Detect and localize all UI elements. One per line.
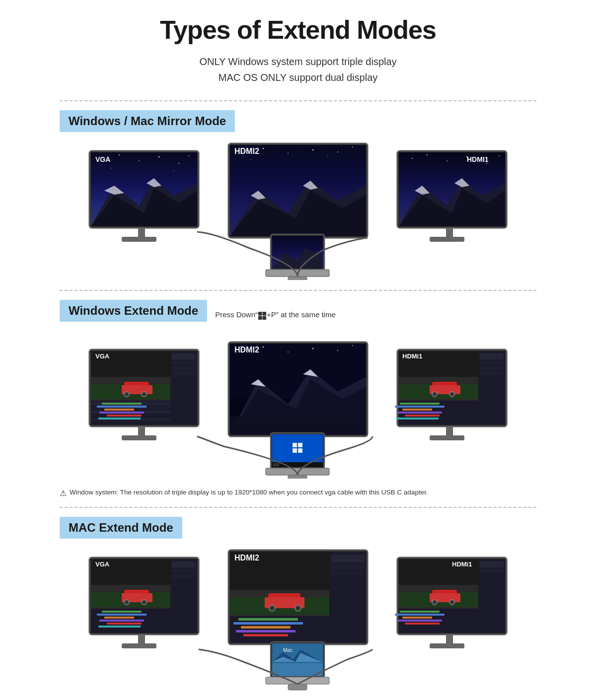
svg-rect-198 bbox=[395, 614, 445, 616]
svg-point-94 bbox=[337, 350, 338, 351]
windows-extend-header: Windows Extend Mode bbox=[60, 300, 207, 322]
svg-rect-151 bbox=[172, 574, 196, 578]
svg-point-4 bbox=[139, 160, 140, 161]
svg-rect-69 bbox=[172, 361, 196, 365]
svg-point-169 bbox=[269, 605, 275, 611]
svg-rect-71 bbox=[172, 372, 196, 376]
svg-rect-197 bbox=[400, 611, 440, 613]
svg-point-112 bbox=[449, 392, 454, 397]
svg-rect-82 bbox=[107, 415, 142, 417]
svg-point-7 bbox=[188, 155, 189, 156]
svg-point-191 bbox=[432, 600, 437, 605]
svg-point-65 bbox=[124, 392, 129, 397]
svg-text:HDMI2: HDMI2 bbox=[234, 554, 259, 562]
svg-point-192 bbox=[449, 600, 454, 605]
warning-text: Window system: The resolution of triple … bbox=[70, 489, 428, 496]
svg-rect-15 bbox=[138, 228, 145, 238]
divider-2 bbox=[60, 290, 536, 291]
windows-extend-hint: Press Down“ +P” at the same time bbox=[215, 310, 336, 320]
svg-point-111 bbox=[432, 392, 437, 397]
laptop-windows-extend bbox=[197, 433, 372, 479]
svg-point-24 bbox=[352, 146, 353, 147]
svg-rect-199 bbox=[402, 617, 432, 619]
divider-3 bbox=[60, 507, 536, 508]
svg-rect-174 bbox=[331, 570, 365, 575]
subtitle-line2: MAC OS ONLY support dual display bbox=[60, 70, 536, 85]
svg-rect-116 bbox=[480, 366, 504, 370]
svg-rect-119 bbox=[400, 403, 440, 405]
hdmi1-monitor-extend-win: HDMi1 bbox=[395, 350, 507, 440]
svg-rect-55 bbox=[262, 312, 266, 316]
svg-point-26 bbox=[327, 155, 328, 156]
svg-point-91 bbox=[263, 347, 264, 348]
svg-rect-138 bbox=[288, 475, 307, 479]
svg-point-146 bbox=[124, 600, 129, 605]
page-container: Types of Extend Modes ONLY Windows syste… bbox=[50, 0, 546, 700]
svg-point-9 bbox=[173, 170, 174, 171]
svg-rect-78 bbox=[102, 403, 142, 405]
svg-rect-130 bbox=[272, 434, 323, 462]
svg-point-3 bbox=[119, 154, 120, 155]
svg-point-37 bbox=[427, 154, 428, 155]
divider-1 bbox=[60, 100, 536, 101]
svg-rect-157 bbox=[107, 623, 142, 625]
svg-rect-80 bbox=[104, 409, 134, 411]
svg-rect-153 bbox=[102, 611, 142, 613]
svg-rect-114 bbox=[480, 353, 504, 359]
svg-rect-172 bbox=[331, 555, 365, 562]
subtitle-line1: ONLY Windows system support triple displ… bbox=[60, 54, 536, 70]
svg-rect-132 bbox=[298, 443, 302, 447]
svg-point-92 bbox=[288, 351, 289, 352]
svg-rect-120 bbox=[395, 406, 445, 408]
svg-rect-212 bbox=[266, 677, 329, 684]
svg-point-22 bbox=[312, 149, 313, 150]
svg-point-66 bbox=[142, 392, 147, 397]
svg-text:VGA: VGA bbox=[95, 352, 110, 360]
mirror-mode-section: Windows / Mac Mirror Mode bbox=[60, 110, 536, 280]
warning-row: ⚠ Window system: The resolution of tripl… bbox=[60, 489, 536, 498]
svg-rect-85 bbox=[138, 426, 145, 436]
svg-rect-86 bbox=[122, 435, 156, 440]
svg-point-95 bbox=[352, 345, 353, 346]
vga-monitor-extend-win: VGA bbox=[89, 350, 199, 440]
svg-rect-56 bbox=[258, 316, 262, 320]
svg-text:HDMI1: HDMI1 bbox=[467, 155, 489, 163]
svg-point-147 bbox=[142, 600, 147, 605]
svg-rect-79 bbox=[97, 406, 147, 408]
vga-monitor-mirror: VGA bbox=[89, 151, 199, 242]
svg-rect-200 bbox=[397, 620, 442, 622]
svg-point-20 bbox=[263, 148, 264, 149]
svg-rect-54 bbox=[258, 312, 262, 316]
svg-rect-149 bbox=[172, 561, 196, 567]
main-title: Types of Extend Modes bbox=[60, 15, 536, 45]
svg-rect-124 bbox=[396, 418, 439, 420]
svg-rect-134 bbox=[298, 448, 302, 453]
windows-extend-scene: VGA bbox=[74, 340, 522, 479]
svg-rect-194 bbox=[480, 561, 504, 567]
windows-extend-header-row: Windows Extend Mode Press Down“ +P” at t… bbox=[60, 300, 536, 331]
svg-point-23 bbox=[337, 151, 338, 152]
svg-point-8 bbox=[111, 168, 112, 169]
svg-point-6 bbox=[178, 163, 179, 164]
svg-rect-201 bbox=[405, 623, 440, 625]
svg-rect-70 bbox=[172, 366, 196, 370]
warning-icon: ⚠ bbox=[60, 489, 67, 498]
svg-rect-48 bbox=[430, 237, 464, 242]
svg-rect-195 bbox=[480, 569, 504, 573]
svg-rect-204 bbox=[430, 643, 464, 648]
svg-rect-154 bbox=[97, 614, 147, 616]
svg-rect-180 bbox=[243, 634, 288, 636]
svg-rect-213 bbox=[288, 684, 307, 690]
svg-point-25 bbox=[250, 159, 251, 160]
hdmi1-monitor-mirror: HDMI1 bbox=[397, 151, 507, 242]
subtitle: ONLY Windows system support triple displ… bbox=[60, 54, 536, 85]
svg-rect-179 bbox=[236, 630, 296, 632]
svg-rect-127 bbox=[430, 435, 464, 440]
mirror-mode-header: Windows / Mac Mirror Mode bbox=[60, 110, 235, 132]
svg-point-41 bbox=[499, 155, 500, 156]
mac-extend-header: MAC Extend Mode bbox=[60, 517, 182, 539]
svg-text:Mac: Mac bbox=[283, 647, 293, 653]
hdmi1-monitor-mac: HDMi1 bbox=[395, 558, 507, 648]
mirror-mode-scene: VGA bbox=[74, 141, 522, 280]
svg-text:VGA: VGA bbox=[95, 560, 110, 568]
